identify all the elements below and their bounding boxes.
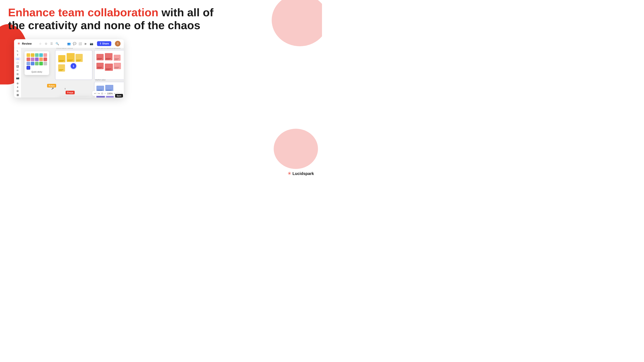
- color-swatch-gray[interactable]: [44, 62, 47, 65]
- redo-icon[interactable]: ↪: [98, 92, 100, 95]
- target-icon[interactable]: ⊙: [101, 92, 103, 95]
- camera-icon[interactable]: 📷: [90, 42, 94, 45]
- performance-metrics-label: Performance metrics: [56, 48, 73, 49]
- color-swatch-yellow1[interactable]: [26, 53, 30, 57]
- market-value-label: Market value: [95, 79, 106, 81]
- select-tool[interactable]: ↖: [15, 50, 20, 53]
- color-swatch-green1[interactable]: [35, 53, 39, 57]
- color-swatch-green2[interactable]: [35, 62, 39, 65]
- left-toolbar: ↖ T ▭ □ 🖼 ✏ ⊞ 📷 ⊗ ✦ ⊞ ▦ ⬆ ··· ∨: [14, 48, 21, 97]
- lucidspark-star-icon: ✳: [288, 171, 291, 176]
- import-tool[interactable]: ⬆: [15, 97, 20, 97]
- color-swatch-teal[interactable]: [39, 53, 43, 57]
- share-icon: ⇧: [100, 42, 102, 45]
- video-icon[interactable]: ▶: [84, 42, 88, 45]
- shield-icon[interactable]: ⊙: [44, 42, 48, 45]
- color-swatch-yellow2[interactable]: [31, 53, 34, 57]
- color-picker-panel: Quick sticky: [24, 51, 49, 75]
- sticky-tool[interactable]: ▭: [15, 57, 20, 60]
- lucidspark-name: Lucidspark: [292, 171, 314, 176]
- chat-icon[interactable]: 💬: [73, 42, 76, 45]
- color-swatch-purple2[interactable]: [35, 57, 39, 61]
- title-bar: ✳ Review ☆ ⊙ ☰ 🔍 👥 💬 ⬜ ▶ 📷 ⇧ Share S: [14, 39, 124, 48]
- kaiya-tooltip: Kaiya: [47, 84, 56, 87]
- photo-tool[interactable]: 📷: [15, 76, 20, 79]
- sticky-pink-6[interactable]: [114, 63, 121, 69]
- color-swatch-orange[interactable]: [39, 57, 43, 61]
- color-swatch-blue2[interactable]: [31, 62, 34, 65]
- quick-sticky-label: Quick sticky: [26, 71, 47, 73]
- image-tool[interactable]: 🖼: [15, 65, 20, 68]
- undo-icon[interactable]: ↩: [94, 92, 96, 95]
- sticky-yellow-2[interactable]: [66, 53, 75, 62]
- text-tool[interactable]: T: [15, 53, 20, 56]
- color-swatch-blue-selected[interactable]: [26, 66, 30, 70]
- share-button[interactable]: ⇧ Share: [97, 41, 111, 46]
- app-title: Review: [22, 42, 39, 45]
- people-icon[interactable]: 👥: [67, 42, 71, 45]
- future-performance-label: Future performance projections: [95, 48, 120, 49]
- freya-tooltip: Freya: [66, 91, 75, 94]
- link-tool[interactable]: ⊗: [15, 82, 20, 85]
- table-tool[interactable]: ▦: [15, 93, 20, 96]
- headline: Enhance team collaboration with all of t…: [8, 6, 214, 32]
- sticky-yellow-3[interactable]: [76, 54, 83, 62]
- share-label: Share: [102, 42, 109, 45]
- lucidspark-logo: ✳ Lucidspark: [288, 171, 314, 176]
- sticky-pink-5[interactable]: [105, 63, 113, 71]
- shape-tool[interactable]: □: [15, 61, 20, 64]
- avatar: S: [115, 41, 120, 46]
- color-swatch-purple1[interactable]: [31, 57, 34, 61]
- grid-tool[interactable]: ⊞: [15, 89, 20, 92]
- zoom-percentage: 100%: [107, 92, 113, 95]
- headline-rest: with all of: [158, 6, 214, 19]
- color-swatch-green3[interactable]: [39, 62, 43, 65]
- color-swatch-blue1[interactable]: [26, 62, 30, 65]
- sticky-yellow-1[interactable]: [58, 55, 66, 62]
- sticky-pink-1[interactable]: [96, 54, 104, 60]
- bg-pink-shape-top: [272, 0, 322, 46]
- title-bar-icons: ☆ ⊙ ☰ 🔍 👥 💬 ⬜ ▶ 📷 ⇧ Share S: [39, 41, 120, 46]
- sam-tooltip: Sam: [115, 94, 123, 97]
- sticky-pink-3[interactable]: [114, 55, 120, 61]
- performance-metrics-frame: Performance metrics 1: [55, 50, 92, 80]
- search-icon[interactable]: 🔍: [56, 42, 59, 45]
- bg-pink-shape-bottom: [274, 129, 318, 169]
- sticky-purple-2[interactable]: [106, 96, 114, 97]
- star-icon[interactable]: ☆: [39, 42, 42, 45]
- color-swatch-red2[interactable]: [44, 57, 47, 61]
- sticky-yellow-4[interactable]: [58, 64, 65, 72]
- lucidspark-icon: ✳: [17, 41, 20, 46]
- headline-line2: the creativity and none of the chaos: [8, 19, 214, 32]
- color-grid: [26, 53, 47, 70]
- headline-highlight: Enhance team collaboration: [8, 6, 158, 19]
- app-window: ✳ Review ☆ ⊙ ☰ 🔍 👥 💬 ⬜ ▶ 📷 ⇧ Share S ↖ T…: [14, 39, 124, 97]
- present-icon[interactable]: ⬜: [78, 42, 82, 45]
- menu-icon[interactable]: ☰: [50, 42, 54, 45]
- color-swatch-pink1[interactable]: [44, 53, 47, 57]
- future-performance-frame: Future performance projections: [94, 50, 124, 80]
- performance-badge-1: 1: [71, 63, 76, 69]
- pen-tool[interactable]: ✏: [15, 69, 20, 72]
- canvas-area: Quick sticky Kaiya ↗ Performance metrics…: [21, 48, 124, 97]
- zoom-out-icon[interactable]: −: [104, 92, 106, 95]
- ai-tool[interactable]: ✦: [15, 86, 20, 89]
- sticky-pink-4[interactable]: [96, 63, 104, 69]
- color-swatch-red1[interactable]: [26, 57, 30, 61]
- freya-cursor: ↑: [64, 87, 66, 90]
- sticky-pink-2[interactable]: [105, 53, 112, 60]
- crop-tool[interactable]: ⊞: [15, 73, 20, 76]
